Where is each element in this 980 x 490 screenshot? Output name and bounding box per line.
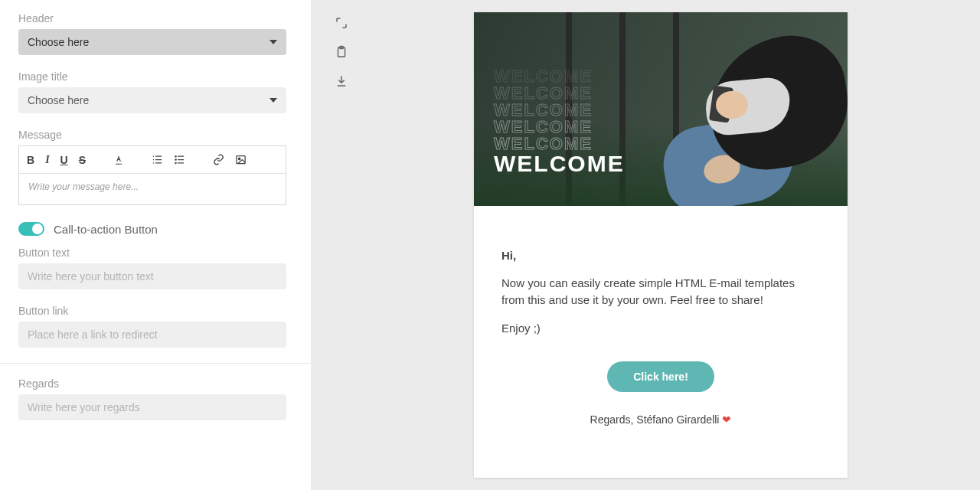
image-button[interactable] <box>235 154 247 165</box>
email-regards: Regards, Stéfano Girardelli ❤ <box>501 412 820 427</box>
image-title-select[interactable]: Choose here <box>18 87 286 113</box>
cta-toggle[interactable] <box>18 222 44 236</box>
expand-button[interactable] <box>331 12 352 34</box>
header-select[interactable]: Choose here <box>18 29 286 55</box>
canvas-tools <box>326 12 357 478</box>
regards-field: Regards <box>18 377 292 420</box>
form-sidebar: Header Choose here Image title Choose he… <box>0 0 311 490</box>
hero-title: WELCOME <box>494 152 625 175</box>
chevron-down-icon <box>270 40 277 44</box>
heart-icon: ❤ <box>722 413 731 426</box>
hero-outline-stack: WELCOME WELCOME WELCOME WELCOME WELCOME <box>494 68 625 152</box>
section-divider <box>0 363 311 364</box>
bold-button[interactable]: B <box>27 154 34 166</box>
header-field: Header Choose here <box>18 12 292 55</box>
button-link-label: Button link <box>18 305 292 317</box>
svg-point-4 <box>238 158 240 160</box>
preview-canvas: WELCOME WELCOME WELCOME WELCOME WELCOME … <box>311 0 980 490</box>
svg-point-2 <box>175 162 177 165</box>
svg-point-0 <box>175 155 177 158</box>
svg-point-1 <box>175 158 177 161</box>
hero-image: WELCOME WELCOME WELCOME WELCOME WELCOME … <box>474 12 848 206</box>
button-text-field: Button text <box>18 247 292 289</box>
button-text-label: Button text <box>18 247 292 259</box>
svg-rect-3 <box>237 156 245 164</box>
strikethrough-button[interactable]: S <box>79 154 86 166</box>
cta-toggle-label: Call-to-action Button <box>54 223 158 236</box>
image-title-select-value: Choose here <box>28 94 89 106</box>
text-color-button[interactable] <box>113 155 124 165</box>
preview-stage: WELCOME WELCOME WELCOME WELCOME WELCOME … <box>357 12 965 478</box>
image-title-field: Image title Choose here <box>18 70 292 113</box>
header-select-value: Choose here <box>28 36 89 48</box>
editor-toolbar: B I U S <box>19 146 286 174</box>
download-button[interactable] <box>331 70 352 92</box>
link-button[interactable] <box>213 154 224 165</box>
email-greeting: Hi, <box>501 247 820 264</box>
header-label: Header <box>18 12 292 24</box>
regards-text: Regards, Stéfano Girardelli <box>590 413 720 426</box>
ordered-list-button[interactable] <box>152 154 163 165</box>
unordered-list-button[interactable] <box>174 154 185 165</box>
cta-button[interactable]: Click here! <box>607 361 714 392</box>
message-editor: B I U S <box>18 145 286 205</box>
clipboard-button[interactable] <box>331 41 352 63</box>
button-link-field: Button link <box>18 305 292 348</box>
button-link-input[interactable] <box>18 322 286 348</box>
email-message: Now you can easily create simple HTML E-… <box>501 275 820 309</box>
button-text-input[interactable] <box>18 263 286 289</box>
italic-button[interactable]: I <box>45 154 49 166</box>
regards-label: Regards <box>18 377 292 390</box>
message-label: Message <box>18 129 292 141</box>
email-preview: WELCOME WELCOME WELCOME WELCOME WELCOME … <box>474 12 848 478</box>
image-title-label: Image title <box>18 70 292 83</box>
email-body: Hi, Now you can easily create simple HTM… <box>474 206 848 450</box>
chevron-down-icon <box>270 98 277 103</box>
cta-toggle-row: Call-to-action Button <box>18 222 292 236</box>
message-textarea[interactable]: Write your message here... <box>19 174 286 204</box>
message-field: Message B I U S <box>18 129 292 205</box>
underline-button[interactable]: U <box>60 154 68 166</box>
email-signoff: Enjoy ;) <box>501 320 820 337</box>
regards-input[interactable] <box>18 394 286 420</box>
